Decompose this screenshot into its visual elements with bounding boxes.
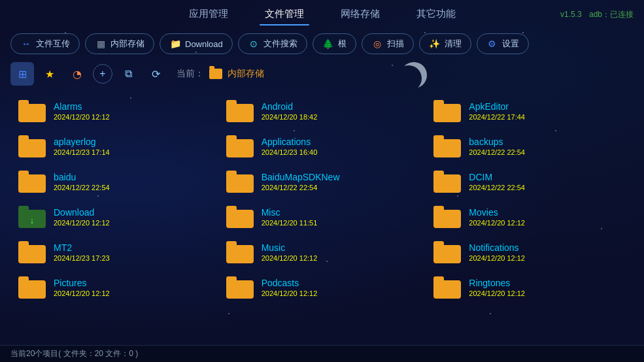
file-date: 2024/12/20 12:12 <box>469 219 626 227</box>
internal-storage-label: 内部存储 <box>110 38 144 50</box>
folder-icon <box>18 276 46 299</box>
file-item[interactable]: aplayerlog2024/12/23 17:14 <box>10 129 218 164</box>
file-item[interactable]: DCIM2024/12/22 22:54 <box>426 164 634 199</box>
file-date: 2024/12/20 12:12 <box>54 113 211 121</box>
add-btn[interactable]: + <box>93 64 112 84</box>
root-btn[interactable]: 🌲 根 <box>313 33 356 54</box>
file-info: baidu2024/12/22 22:54 <box>54 172 211 191</box>
file-info: aplayerlog2024/12/23 17:14 <box>54 137 211 156</box>
file-item[interactable]: Misc2024/12/20 11:51 <box>218 199 426 235</box>
nav-app-mgmt[interactable]: 应用管理 <box>184 5 233 23</box>
file-info: Pictures2024/12/20 12:12 <box>54 278 211 297</box>
file-name: Podcasts <box>262 278 418 288</box>
folder-icon <box>433 241 461 263</box>
file-name: aplayerlog <box>54 137 211 147</box>
file-date: 2024/12/20 12:12 <box>262 254 418 262</box>
file-item[interactable]: Movies2024/12/20 12:12 <box>426 199 634 235</box>
file-date: 2024/12/20 12:12 <box>469 254 626 262</box>
file-date: 2024/12/23 16:40 <box>262 148 418 156</box>
settings-icon: ⚙ <box>486 38 498 50</box>
file-name: backups <box>469 137 626 147</box>
file-name: baidu <box>54 172 211 182</box>
file-search-btn[interactable]: ⊙ 文件搜索 <box>238 33 307 54</box>
download-btn[interactable]: 📁 Download <box>160 33 233 54</box>
star-btn[interactable]: ★ <box>38 62 61 86</box>
file-info: DCIM2024/12/22 22:54 <box>469 172 626 191</box>
nav-net-storage[interactable]: 网络存储 <box>335 5 385 23</box>
internal-storage-btn[interactable]: ▦ 内部存储 <box>85 33 154 54</box>
file-item[interactable]: BaiduMapSDKNew2024/12/22 22:54 <box>218 164 426 199</box>
file-name: Android <box>262 101 418 112</box>
file-name: Music <box>262 242 418 253</box>
file-date: 2024/12/20 12:12 <box>262 289 418 297</box>
folder-icon <box>433 206 461 228</box>
file-info: Music2024/12/20 12:12 <box>262 242 418 262</box>
folder-icon <box>226 171 254 193</box>
clean-icon: ✨ <box>429 38 441 50</box>
file-transfer-btn[interactable]: ↔ 文件互传 <box>10 33 80 54</box>
pie-chart-btn[interactable]: ◔ <box>65 62 89 86</box>
download-label: Download <box>185 39 223 49</box>
settings-label: 设置 <box>502 38 519 50</box>
file-date: 2024/12/23 17:14 <box>54 148 211 156</box>
clean-btn[interactable]: ✨ 清理 <box>419 33 471 54</box>
file-item[interactable]: ↓Download2024/12/20 12:12 <box>10 199 218 235</box>
folder-icon <box>226 241 254 263</box>
internal-storage-icon: ▦ <box>95 38 107 50</box>
file-date: 2024/12/22 22:54 <box>469 148 626 156</box>
file-item[interactable]: MT22024/12/23 17:23 <box>10 235 218 270</box>
status-bar: 当前20个项目( 文件夹：20 文件：0 ) <box>0 345 644 362</box>
file-item[interactable]: Alarms2024/12/20 12:12 <box>10 93 218 129</box>
file-item[interactable]: Ringtones2024/12/20 12:12 <box>426 270 634 305</box>
settings-btn[interactable]: ⚙ 设置 <box>477 33 529 54</box>
file-info: Misc2024/12/20 11:51 <box>262 207 418 227</box>
file-item[interactable]: Applications2024/12/23 16:40 <box>218 129 426 164</box>
file-item[interactable]: ApkEditor2024/12/22 17:44 <box>426 93 634 129</box>
file-item[interactable]: Music2024/12/20 12:12 <box>218 235 426 270</box>
folder-icon <box>18 135 46 157</box>
nav-other[interactable]: 其它功能 <box>411 5 461 23</box>
file-date: 2024/12/22 22:54 <box>469 184 626 191</box>
current-label: 当前： <box>177 68 204 80</box>
file-info: Movies2024/12/20 12:12 <box>469 207 626 227</box>
copy-btn[interactable]: ⧉ <box>116 62 140 86</box>
file-search-label: 文件搜索 <box>263 38 297 50</box>
file-transfer-label: 文件互传 <box>36 38 70 50</box>
file-info: BaiduMapSDKNew2024/12/22 22:54 <box>262 172 418 191</box>
file-item[interactable]: Pictures2024/12/20 12:12 <box>10 270 218 305</box>
file-info: MT22024/12/23 17:23 <box>54 242 211 262</box>
file-info: Download2024/12/20 12:12 <box>54 207 211 227</box>
file-transfer-icon: ↔ <box>20 38 32 50</box>
refresh-btn[interactable]: ⟳ <box>144 62 167 86</box>
file-name: ApkEditor <box>469 101 626 112</box>
file-item[interactable]: Notifications2024/12/20 12:12 <box>426 235 634 270</box>
file-info: Alarms2024/12/20 12:12 <box>54 101 211 121</box>
root-label: 根 <box>338 38 347 50</box>
version-info: v1.5.3 adb：已连接 <box>555 8 634 20</box>
file-info: Notifications2024/12/20 12:12 <box>469 242 626 262</box>
folder-icon <box>18 171 46 193</box>
file-name: Pictures <box>54 278 211 288</box>
secondary-toolbar: ⊞ ★ ◔ + ⧉ ⟳ 当前： 内部存储 <box>0 59 644 88</box>
folder-icon <box>226 206 254 228</box>
file-item[interactable]: Podcasts2024/12/20 12:12 <box>218 270 426 305</box>
top-navigation: 应用管理 文件管理 网络存储 其它功能 v1.5.3 adb：已连接 <box>0 0 644 28</box>
file-name: Misc <box>262 207 418 218</box>
file-item[interactable]: baidu2024/12/22 22:54 <box>10 164 218 199</box>
path-folder-icon <box>209 69 222 79</box>
file-date: 2024/12/22 17:44 <box>469 113 626 121</box>
file-date: 2024/12/22 22:54 <box>262 184 418 191</box>
main-toolbar: ↔ 文件互传 ▦ 内部存储 📁 Download ⊙ 文件搜索 🌲 根 ◎ 扫描… <box>0 28 644 59</box>
folder-icon <box>18 100 46 122</box>
scan-btn[interactable]: ◎ 扫描 <box>362 33 414 54</box>
file-name: Notifications <box>469 242 626 253</box>
moon-decoration <box>396 65 422 91</box>
file-search-icon: ⊙ <box>248 38 260 50</box>
grid-view-btn[interactable]: ⊞ <box>10 62 34 86</box>
file-item[interactable]: Android2024/12/20 18:42 <box>218 93 426 129</box>
nav-file-mgmt[interactable]: 文件管理 <box>260 5 309 23</box>
file-item[interactable]: backups2024/12/22 22:54 <box>426 129 634 164</box>
current-path-info: 当前： 内部存储 <box>177 68 264 80</box>
folder-icon <box>18 241 46 263</box>
file-date: 2024/12/20 12:12 <box>54 289 211 297</box>
